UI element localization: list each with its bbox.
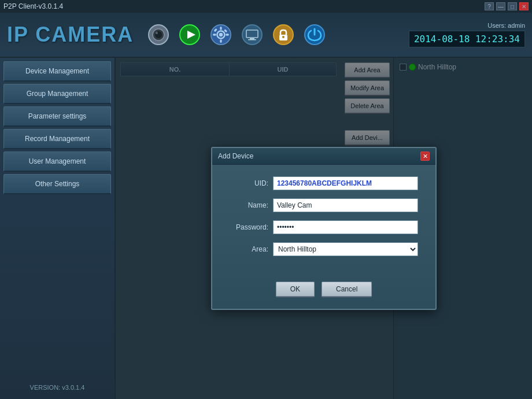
datetime-display: 2014-08-18 12:23:34 — [409, 31, 525, 47]
close-button[interactable]: ✕ — [519, 2, 529, 10]
users-label: Users: admin — [409, 22, 525, 29]
svg-rect-17 — [250, 38, 254, 39]
area-select[interactable]: North Hilltop — [273, 242, 418, 256]
modal-body: UID: Name: Password: Area: — [212, 165, 435, 276]
name-row: Name: — [230, 198, 418, 212]
sidebar: Device Management Group Management Param… — [0, 58, 116, 399]
svg-rect-11 — [213, 34, 216, 35]
content-area: NO. UID Add Area Modify Area Delete Area… — [116, 58, 532, 399]
svg-point-21 — [282, 36, 285, 38]
power-nav-icon[interactable] — [301, 21, 328, 48]
sidebar-item-device-management[interactable]: Device Management — [3, 61, 111, 82]
add-device-modal: Add Device ✕ UID: Name: — [211, 147, 437, 310]
app-title: IP CAMERA — [7, 24, 134, 45]
area-row: Area: North Hilltop — [230, 242, 418, 256]
modal-footer: OK Cancel — [212, 276, 435, 309]
header-right: Users: admin 2014-08-18 12:23:34 — [409, 22, 525, 47]
uid-row: UID: — [230, 176, 418, 190]
password-row: Password: — [230, 220, 418, 234]
sidebar-item-group-management[interactable]: Group Management — [3, 84, 111, 104]
sidebar-item-user-management[interactable]: User Management — [3, 152, 111, 172]
minimize-button[interactable]: — — [496, 2, 505, 10]
modal-overlay: Add Device ✕ UID: Name: — [116, 58, 532, 399]
maximize-button[interactable]: □ — [508, 2, 517, 10]
modal-titlebar: Add Device ✕ — [212, 148, 435, 165]
modal-title: Add Device — [218, 152, 253, 160]
sidebar-item-parameter-settings[interactable]: Parameter settings — [3, 106, 111, 127]
area-form-label: Area: — [230, 245, 273, 253]
svg-point-15 — [242, 25, 262, 45]
uid-label: UID: — [230, 179, 273, 187]
svg-point-3 — [156, 32, 158, 34]
version-label: VERSION: v3.0.1.4 — [3, 379, 111, 396]
svg-rect-12 — [226, 34, 230, 35]
password-label: Password: — [230, 223, 273, 231]
titlebar-controls: ? — □ ✕ — [485, 2, 529, 10]
svg-rect-9 — [220, 27, 222, 30]
sidebar-item-other-settings[interactable]: Other Settings — [3, 174, 111, 194]
main-area: Device Management Group Management Param… — [0, 58, 532, 399]
header: IP CAMERA — [0, 13, 532, 58]
titlebar: P2P Client-v3.0.1.4 ? — □ ✕ — [0, 0, 532, 13]
name-input[interactable] — [273, 198, 418, 212]
svg-point-8 — [219, 33, 223, 37]
name-label: Name: — [230, 201, 273, 209]
password-input[interactable] — [273, 220, 418, 234]
header-icons — [145, 21, 409, 48]
svg-rect-18 — [248, 39, 256, 40]
titlebar-title: P2P Client-v3.0.1.4 — [3, 2, 63, 10]
monitor-nav-icon[interactable] — [239, 21, 265, 48]
lock-nav-icon[interactable] — [270, 21, 297, 48]
playback-nav-icon[interactable] — [176, 21, 203, 48]
app-logo: IP CAMERA — [7, 24, 134, 45]
settings-nav-icon[interactable] — [208, 21, 234, 48]
help-button[interactable]: ? — [485, 2, 494, 10]
uid-input[interactable] — [273, 176, 418, 190]
modal-close-button[interactable]: ✕ — [420, 152, 430, 161]
ok-button[interactable]: OK — [276, 282, 315, 297]
cancel-button[interactable]: Cancel — [322, 282, 372, 297]
svg-rect-10 — [220, 39, 222, 43]
camera-nav-icon[interactable] — [145, 21, 172, 48]
sidebar-item-record-management[interactable]: Record Management — [3, 129, 111, 149]
